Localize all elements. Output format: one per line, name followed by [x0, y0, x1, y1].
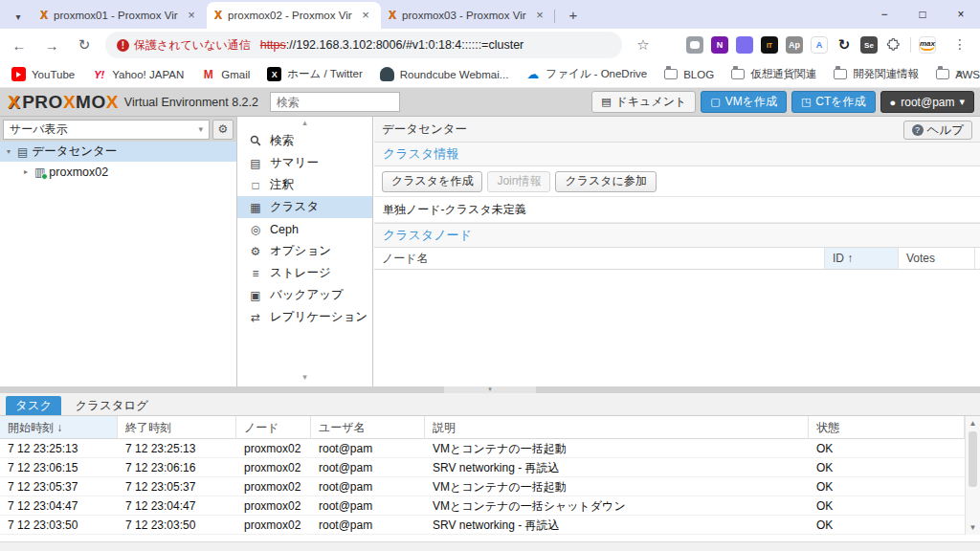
task-row-cell[interactable]: 7 12 23:06:16 [118, 458, 236, 477]
onenote-extension-icon[interactable]: N [711, 36, 728, 54]
scroll-down-arrow-icon[interactable]: ▼ [966, 523, 980, 532]
task-row-cell[interactable]: OK [809, 458, 965, 477]
scroll-down-icon[interactable]: ▾ [237, 371, 372, 385]
reload-icon[interactable]: ↻ [71, 32, 98, 58]
back-icon[interactable]: ← [6, 32, 33, 58]
horizontal-scrollbar-track[interactable] [0, 541, 980, 551]
task-row-cell[interactable]: root@pam [311, 458, 425, 477]
bookmark-twitter[interactable]: Xホーム / Twitter [267, 67, 363, 81]
task-row-cell[interactable]: root@pam [311, 439, 425, 458]
extensions-puzzle-icon[interactable] [885, 36, 902, 54]
column-header-id-sorted[interactable]: ID ↑ [825, 248, 899, 270]
not-secure-label[interactable]: 保護されていない通信 [134, 37, 251, 54]
task-row-cell[interactable]: OK [809, 516, 965, 535]
browser-tab-1[interactable]: X proxmox01 - Proxmox Virtual E × [33, 2, 207, 29]
browser-tab-2-active[interactable]: X proxmox02 - Proxmox Virtual E × [207, 2, 381, 29]
panel-splitter[interactable]: ▾ [0, 386, 980, 393]
task-row-cell[interactable]: proxmox02 [236, 516, 311, 535]
task-row-cell[interactable]: 7 12 23:05:37 [118, 477, 236, 496]
url-bar[interactable]: ! 保護されていない通信 https://192.168.3.102:8006/… [105, 32, 622, 58]
task-row-cell[interactable]: root@pam [311, 496, 425, 516]
task-row-cell[interactable]: VMとコンテナの一括起動 [425, 477, 809, 496]
url-text[interactable]: https://192.168.3.102:8006/#v1:0:18:4:::… [260, 38, 524, 52]
column-header-nodename[interactable]: ノード名 [374, 248, 825, 270]
translate-extension-icon[interactable]: A [811, 36, 828, 54]
sync-extension-icon[interactable]: ↻ [835, 36, 853, 54]
task-row-cell[interactable]: 7 12 23:05:37 [0, 477, 118, 496]
bookmarks-overflow-icon[interactable]: » [956, 65, 963, 79]
nav-item-cluster[interactable]: ▦クラスタ [237, 196, 372, 218]
task-row-cell[interactable]: VMとコンテナの一括シャットダウン [425, 496, 809, 516]
expander-icon[interactable]: ▸ [21, 167, 31, 176]
task-row-cell[interactable]: 7 12 23:06:15 [0, 458, 118, 477]
task-row-cell[interactable]: proxmox02 [236, 439, 311, 458]
view-mode-select[interactable]: サーバ表示▾ [3, 120, 210, 140]
tab-search-icon[interactable]: ▾ [6, 4, 31, 29]
minimize-button[interactable]: − [865, 8, 903, 21]
documentation-button[interactable]: ▤ドキュメント [591, 91, 696, 113]
nav-item-ceph[interactable]: ◎Ceph [237, 218, 372, 240]
column-header-end[interactable]: 終了時刻 [118, 416, 236, 439]
bookmark-folder-dev[interactable]: 開発関連情報 [834, 67, 919, 81]
amazon-extension-icon[interactable]: max [919, 36, 936, 54]
column-header-node[interactable]: ノード [236, 416, 311, 439]
column-header-votes[interactable]: Votes [899, 248, 975, 270]
task-row-cell[interactable]: proxmox02 [236, 477, 311, 496]
bookmark-roundcube[interactable]: Roundcube Webmai... [380, 67, 509, 81]
help-button[interactable]: ?ヘルプ [903, 121, 972, 140]
bookmark-folder-blog[interactable]: BLOG [664, 69, 714, 80]
selenium-extension-icon[interactable]: Se [860, 36, 878, 54]
scrollbar-thumb[interactable] [969, 431, 977, 487]
nav-item-storage[interactable]: ≡ストレージ [237, 262, 372, 284]
it-extension-icon[interactable]: IT [761, 36, 778, 54]
column-header-user[interactable]: ユーザ名 [311, 416, 425, 439]
tab-close-icon[interactable]: × [358, 8, 373, 23]
column-header-start-sorted[interactable]: 開始時刻 ↓ [0, 416, 118, 439]
ap-extension-icon[interactable]: Ap [786, 36, 803, 54]
browser-menu-icon[interactable]: ⋮ [953, 36, 967, 52]
task-row-cell[interactable]: SRV networking - 再読込 [425, 516, 809, 535]
nav-item-search[interactable]: 検索 [237, 130, 372, 152]
task-row-cell[interactable]: OK [809, 477, 965, 496]
bookmark-star-icon[interactable]: ☆ [630, 32, 657, 58]
forward-icon[interactable]: → [38, 32, 65, 58]
global-search-input[interactable] [270, 92, 400, 112]
column-header-description[interactable]: 説明 [425, 416, 809, 439]
bookmark-gmail[interactable]: MGmail [201, 67, 250, 81]
create-ct-button[interactable]: ◳CTを作成 [791, 91, 876, 113]
nav-item-summary[interactable]: ▤サマリー [237, 152, 372, 174]
bookmark-onedrive[interactable]: ☁ファイル - OneDrive [525, 67, 647, 81]
task-row-cell[interactable]: VMとコンテナの一括起動 [425, 439, 809, 458]
tree-settings-gear-icon[interactable]: ⚙ [212, 120, 234, 140]
task-row-cell[interactable]: 7 12 23:04:47 [118, 496, 236, 516]
tab-cluster-log[interactable]: クラスタログ [65, 396, 158, 415]
tree-item-datacenter[interactable]: ▾ ▤ データセンター [0, 142, 236, 162]
task-row-cell[interactable]: proxmox02 [236, 496, 311, 516]
bookmark-folder-crypto[interactable]: 仮想通貨関連 [731, 67, 816, 81]
new-tab-button[interactable]: + [561, 2, 586, 27]
user-menu-button[interactable]: ●root@pam▾ [880, 91, 974, 113]
create-cluster-button[interactable]: クラスタを作成 [382, 171, 482, 192]
tab-tasks[interactable]: タスク [6, 396, 61, 415]
join-info-button[interactable]: Join情報 [487, 171, 550, 192]
column-header-status[interactable]: 状態 [809, 416, 965, 439]
not-secure-icon[interactable]: ! [117, 39, 129, 52]
browser-tab-3[interactable]: X proxmox03 - Proxmox Virtual E × [381, 2, 555, 29]
nav-item-backup[interactable]: ▣バックアップ [237, 284, 372, 306]
task-row-cell[interactable]: root@pam [311, 516, 425, 535]
bookmark-yahoo[interactable]: Y!Yahoo! JAPAN [92, 67, 184, 81]
join-cluster-button[interactable]: クラスタに参加 [555, 171, 656, 192]
scroll-up-icon[interactable]: ▴ [237, 117, 372, 130]
nav-item-replication[interactable]: ⇄レプリケーション [237, 306, 372, 328]
tab-close-icon[interactable]: × [184, 8, 199, 23]
create-vm-button[interactable]: ▢VMを作成 [701, 91, 787, 113]
task-row-cell[interactable]: 7 12 23:03:50 [0, 516, 118, 535]
nav-item-options[interactable]: ⚙オプション [237, 240, 372, 262]
maximize-button[interactable]: □ [903, 8, 942, 21]
splitter-collapse-handle[interactable]: ▾ [444, 386, 536, 393]
task-row-cell[interactable]: root@pam [311, 477, 425, 496]
task-row-cell[interactable]: OK [809, 496, 965, 516]
task-row-cell[interactable]: OK [809, 439, 965, 458]
task-row-cell[interactable]: 7 12 23:03:50 [118, 516, 236, 535]
task-row-cell[interactable]: 7 12 23:04:47 [0, 496, 118, 516]
